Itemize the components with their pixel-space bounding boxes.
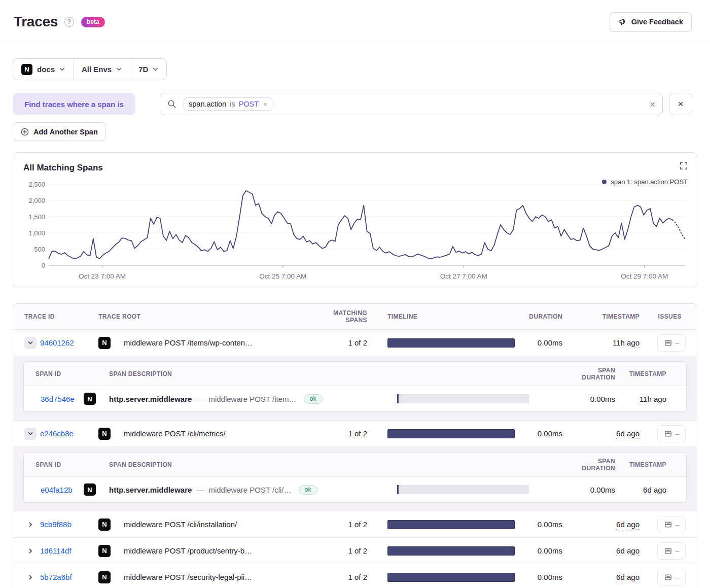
span-description-text: middleware POST /cli/… [208,486,291,494]
matching-spans-count: 1 of 2 [316,520,387,529]
collapse-row-button[interactable] [24,337,37,349]
chevron-down-icon [116,66,122,72]
issues-button[interactable]: – [657,334,686,352]
span-timeline-tick [397,485,399,494]
project-logo-icon: N [84,483,96,496]
col-span-id: SPAN ID [24,461,84,468]
span-timestamp-value: 11h ago [640,395,666,404]
issues-button[interactable]: – [657,516,686,533]
give-feedback-button[interactable]: Give Feedback [610,12,692,32]
timeline-cell [387,546,524,556]
duration-value: 0.00ms [524,338,573,347]
span-description: http.server.middleware — middleware POST… [109,394,397,404]
filter-token-value: POST [239,100,259,108]
page-filter-bar: N docs All Envs 7D [13,58,167,80]
plus-circle-icon [21,128,29,136]
matching-spans-count: 1 of 2 [316,546,387,555]
filter-token-key: span.action [189,100,226,108]
span-timeline-cell [397,394,564,403]
span-op: http.server.middleware [109,486,192,494]
duration-value: 0.00ms [524,546,573,555]
timestamp-value: 6d ago [616,546,640,556]
page-title: Traces [14,14,58,30]
span-description-text: middleware POST /item… [208,395,296,403]
span-op: http.server.middleware [109,395,192,403]
timeline-cell [387,338,524,348]
expand-row-button[interactable] [24,571,37,583]
project-logo-icon: N [98,571,111,583]
fullscreen-icon[interactable] [680,162,688,170]
collapse-row-button[interactable] [24,428,37,440]
date-range-filter-label: 7D [138,65,148,74]
expand-row-button[interactable] [24,518,37,531]
span-search-input[interactable]: span.action is POST × × [160,93,663,115]
span-description: http.server.middleware — middleware POST… [109,485,397,495]
trace-id-link[interactable]: 9cb9f88b [40,520,72,529]
issues-button[interactable]: – [657,425,686,442]
issues-icon [664,573,672,581]
col-trace-root: TRACE ROOT [98,313,316,320]
trace-id-link[interactable]: 5b72a6bf [40,573,72,581]
span-id-link[interactable]: e04fa12b [41,486,73,494]
trace-root-text: middleware POST /cli/metrics/ [124,429,316,438]
add-another-span-label: Add Another Span [33,128,98,136]
issues-count: – [676,430,680,438]
chevron-down-icon [59,66,65,72]
col-issues: ISSUES [651,313,697,320]
issues-count: – [676,573,680,581]
timeline-bar [387,546,515,556]
project-filter[interactable]: N docs [13,59,73,80]
trace-id-link[interactable]: 1d6114df [40,546,71,555]
issues-button[interactable]: – [657,569,686,586]
span-id-link[interactable]: 36d7546e [41,395,75,403]
svg-text:1,500: 1,500 [28,213,45,221]
timestamp-value: 6d ago [616,520,640,530]
span-status-badge: ok [304,394,323,404]
traces-page: Traces ? beta Give Feedback N docs All E… [0,0,710,588]
span-card: SPAN ID SPAN DESCRIPTION SPAN DURATION T… [23,452,687,503]
col-trace-id: TRACE ID [13,313,98,320]
project-logo-icon: N [98,428,111,440]
help-icon[interactable]: ? [64,17,74,27]
col-span-description: SPAN DESCRIPTION [84,461,397,468]
span-timeline-cell [397,485,564,494]
timestamp-value: 11h ago [613,338,640,348]
issues-button[interactable]: – [657,542,686,560]
svg-text:2,000: 2,000 [28,197,45,204]
col-span-duration: SPAN DURATION [564,367,615,381]
add-another-span-button[interactable]: Add Another Span [13,122,106,141]
span-status-badge: ok [299,485,317,495]
spans-chart-svg: 05001,0001,5002,0002,500Oct 23 7:00 AMOc… [13,173,692,283]
trace-id-link[interactable]: e246cb8e [40,429,74,438]
find-traces-label: Find traces where a span is [13,93,135,115]
page-header: Traces ? beta Give Feedback [0,0,710,44]
table-row: 9cb9f88b N middleware POST /cli/installa… [13,511,697,537]
date-range-filter[interactable]: 7D [130,59,166,80]
filter-token-operator: is [230,100,235,108]
timeline-bar [387,429,515,438]
timestamp-value: 6d ago [616,573,640,582]
trace-id-link[interactable]: 94601262 [40,338,74,347]
project-logo-icon: N [21,64,32,75]
traces-table: TRACE ID TRACE ROOT MATCHING SPANS TIMEL… [13,303,697,588]
search-clear-icon[interactable]: × [650,99,655,109]
table-row: 5b72a6bf N middleware POST /security-leg… [13,564,697,588]
trace-root-text: middleware POST /items/wp-conten… [124,338,316,347]
span-timeline-bar [397,485,529,494]
svg-text:Oct 29 7:00 AM: Oct 29 7:00 AM [621,272,668,280]
span-row: 36d7546e N http.server.middleware — midd… [24,386,686,411]
filter-token[interactable]: span.action is POST × [184,97,272,111]
issues-icon [664,339,672,347]
issues-count: – [676,521,680,529]
issues-count: – [676,339,680,347]
duration-value: 0.00ms [524,573,573,581]
filter-token-remove-icon[interactable]: × [263,100,267,108]
environment-filter-label: All Envs [82,65,112,74]
remove-span-filter-button[interactable]: × [669,93,692,115]
project-logo-icon: N [84,393,96,405]
trace-root-text: middleware POST /security-legal-pii… [124,573,316,581]
environment-filter[interactable]: All Envs [73,59,130,80]
expand-row-button[interactable] [24,545,37,557]
project-logo-icon: N [98,337,111,349]
span-separator: — [196,486,204,494]
